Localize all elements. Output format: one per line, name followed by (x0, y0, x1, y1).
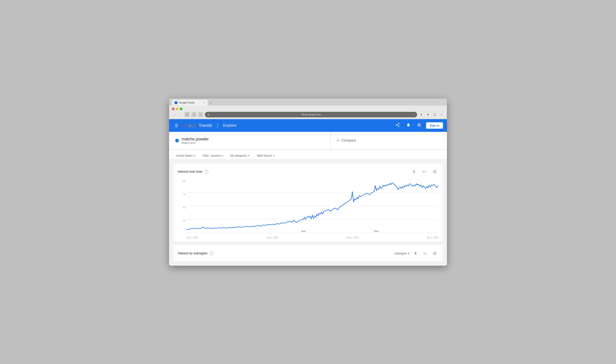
search-term-info: matcha powder Search term (182, 137, 209, 144)
search-term-box[interactable]: matcha powder Search term (169, 132, 330, 149)
x-label-2004: Jan 1, 2004 (187, 236, 198, 239)
notification-header-icon[interactable] (405, 121, 412, 130)
close-button[interactable] (172, 108, 175, 110)
new-tab-button[interactable]: + (208, 100, 214, 106)
share-toolbar-button[interactable]: ⬆ (425, 112, 431, 117)
address-bar[interactable]: 🔒 trends.google.com ↻ (205, 112, 417, 117)
chart-actions (411, 168, 438, 175)
maximize-button[interactable] (180, 108, 182, 110)
tab-icon-2: ⊡ (191, 112, 196, 117)
subregion-controls: Subregion ▾ (394, 250, 438, 257)
signin-button[interactable]: Sign in (426, 122, 443, 129)
add-tab-button[interactable]: + (439, 112, 444, 117)
minimize-button[interactable] (176, 108, 178, 110)
tab-icon-3: ○ (198, 112, 203, 117)
chart-title: Interest over time (178, 170, 202, 173)
chart-help-icon[interactable]: ? (205, 170, 208, 174)
tab-icon-1: ⊞ (185, 112, 190, 117)
logo-google-text: Google (183, 123, 197, 128)
chart-share-button[interactable] (431, 168, 438, 175)
logo-g1: G (183, 123, 186, 128)
tab-bar: Google Trends × + (169, 99, 447, 106)
active-tab[interactable]: Google Trends × (172, 100, 207, 106)
x-label-2008: Sep 1, 2008 (266, 236, 278, 239)
x-axis-labels: Jan 1, 2004 Sep 1, 2008 May 1, 2013 Jan … (187, 236, 438, 239)
logo-trends-text: Trends (199, 123, 212, 128)
gt-logo: Google Trends (183, 123, 212, 128)
compare-box[interactable]: + Compare (331, 132, 447, 149)
gt-header: ☰ Google Trends | Explore (169, 119, 447, 132)
subregion-title-row: Interest by subregion ? (178, 251, 213, 255)
y-label-100: 100 (178, 180, 185, 182)
period-filter[interactable]: 2004 - present ▾ (202, 153, 223, 159)
y-label-75: 75 (178, 193, 185, 195)
explore-label: Explore (223, 123, 237, 128)
trend-line (187, 183, 438, 230)
search-type-filter-label: Web Search (257, 154, 272, 157)
category-filter[interactable]: All categories ▾ (229, 153, 250, 159)
subregion-help-icon[interactable]: ? (209, 251, 213, 255)
chart-embed-button[interactable] (421, 168, 428, 175)
compare-plus-icon: + (337, 138, 339, 143)
apps-header-icon[interactable] (415, 121, 423, 130)
region-dropdown-arrow: ▾ (194, 154, 195, 157)
search-term-type: Search term (182, 141, 209, 144)
region-filter[interactable]: United States ▾ (175, 153, 196, 159)
subregion-dropdown-arrow: ▾ (408, 252, 410, 255)
download-toolbar-button[interactable]: ⬇ (419, 112, 424, 117)
search-bar-section: matcha powder Search term + Compare (169, 132, 447, 150)
subregion-dropdown-label: Subregion (394, 252, 407, 255)
category-dropdown-arrow: ▾ (248, 154, 249, 157)
refresh-icon[interactable]: ↻ (413, 113, 415, 116)
header-icons: Sign in (394, 121, 443, 130)
chart-area: 100 75 50 25 (178, 179, 438, 239)
hamburger-menu-icon[interactable]: ☰ (173, 121, 180, 130)
tab-close-button[interactable]: × (204, 101, 205, 104)
filter-bar: United States ▾ 2004 - present ▾ All cat… (169, 150, 447, 159)
subregion-header: Interest by subregion ? Subregion ▾ (178, 250, 438, 257)
tab-title: Google Trends (179, 101, 195, 104)
chart-title-row: Interest over time ? (178, 170, 208, 174)
logo-o1: o (186, 123, 189, 128)
header-divider: | (217, 122, 218, 129)
region-filter-label: United States (176, 154, 192, 157)
x-label-2013: May 1, 2013 (346, 236, 359, 239)
y-label-25: 25 (178, 220, 185, 222)
lock-icon: 🔒 (207, 113, 210, 116)
compare-label: Compare (341, 138, 356, 143)
share-header-icon[interactable] (394, 121, 401, 130)
subregion-share-button[interactable] (431, 250, 438, 257)
logo-g2: g (191, 123, 194, 128)
more-toolbar-button[interactable]: ⊡ (432, 112, 438, 117)
page-content: ☰ Google Trends | Explore (169, 119, 447, 266)
subregion-download-button[interactable] (412, 250, 419, 257)
x-label-2018: Jan 1, 2018 (427, 236, 438, 239)
period-dropdown-arrow: ▾ (221, 154, 223, 157)
search-type-dropdown-arrow: ▾ (273, 154, 274, 157)
logo-o2: o (189, 123, 191, 128)
subregion-dropdown[interactable]: Subregion ▾ (394, 252, 410, 255)
logo-e: e (195, 123, 197, 128)
chart-svg (187, 179, 438, 233)
interest-by-subregion-card: Interest by subregion ? Subregion ▾ (173, 245, 443, 262)
back-button[interactable]: ‹ (172, 112, 177, 117)
search-dot (175, 139, 179, 142)
subregion-embed-button[interactable] (422, 250, 429, 257)
forward-button[interactable]: › (178, 112, 183, 117)
subregion-title: Interest by subregion (178, 252, 207, 255)
period-filter-label: 2004 - present (202, 154, 220, 157)
chart-header: Interest over time ? (178, 168, 438, 175)
chart-download-button[interactable] (411, 168, 418, 175)
browser-window: Google Trends × + ‹ › ⊞ ⊡ ○ 🔒 trends.goo… (169, 99, 447, 266)
interest-over-time-card: Interest over time ? (173, 163, 443, 242)
y-label-50: 50 (178, 206, 185, 209)
browser-toolbar: ‹ › ⊞ ⊡ ○ 🔒 trends.google.com ↻ ⬇ ⬆ ⊡ + (172, 112, 444, 119)
category-filter-label: All categories (230, 154, 247, 157)
main-content: Interest over time ? (169, 159, 447, 266)
tab-favicon (175, 101, 178, 104)
nav-buttons: ‹ › (172, 112, 183, 117)
toolbar-right-icons: ⬇ ⬆ ⊡ + (419, 112, 444, 117)
browser-chrome: ‹ › ⊞ ⊡ ○ 🔒 trends.google.com ↻ ⬇ ⬆ ⊡ + (169, 106, 447, 119)
search-type-filter[interactable]: Web Search ▾ (256, 153, 275, 159)
traffic-lights (172, 108, 444, 110)
